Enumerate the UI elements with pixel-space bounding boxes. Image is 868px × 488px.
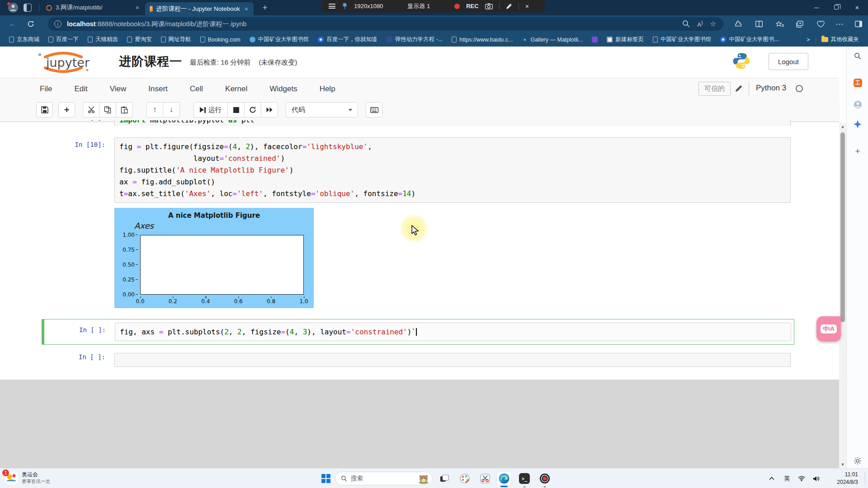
code-cell-clipped[interactable]: In [9]: import matplotlib.pyplot as plt (42, 120, 794, 126)
bookmark-item[interactable] (588, 35, 601, 44)
bookmark-item[interactable]: 中国矿业大学图书... (717, 34, 782, 45)
recorder-display[interactable]: 显示器 1 (407, 2, 430, 10)
menu-kernel[interactable]: Kernel (225, 84, 247, 94)
annotate-pencil-icon[interactable] (506, 3, 512, 9)
window-minimize-button[interactable]: ─ (807, 0, 826, 14)
recorder-menu-icon[interactable] (329, 4, 335, 9)
move-cell-down-button[interactable]: ↓ (163, 102, 180, 117)
taskbar-widget[interactable]: 1 奥运会 赛事资讯一览 (5, 471, 50, 485)
cell-code[interactable]: fig, axs = plt.subplots(2, 2, figsize=(4… (120, 326, 786, 338)
interrupt-kernel-button[interactable] (228, 102, 245, 117)
cell-code[interactable]: import matplotlib.pyplot as plt (119, 120, 786, 126)
extensions-icon[interactable] (732, 19, 744, 29)
taskbar-search[interactable]: 搜索 (335, 472, 433, 485)
paste-cell-button[interactable] (116, 102, 133, 117)
edge-browser-icon[interactable] (496, 471, 512, 486)
jupyter-logo[interactable]: jupyter (35, 51, 93, 74)
terminal-app-icon[interactable]: >_ (517, 471, 532, 486)
window-restore-button[interactable] (827, 0, 845, 14)
tab-jupyter-tree[interactable]: 3.网课/matplotlib/ × (42, 0, 145, 15)
more-menu-icon[interactable]: ⋯ (834, 19, 845, 29)
sidebar-search-icon[interactable] (852, 51, 863, 61)
favorite-star-icon[interactable]: ☆ (710, 20, 716, 28)
start-button[interactable] (318, 471, 334, 486)
scroll-up-arrow[interactable]: ▲ (839, 123, 846, 130)
collections-icon[interactable] (794, 19, 806, 29)
menu-insert[interactable]: Insert (148, 84, 168, 94)
page-scrollbar[interactable]: ▲ ▼ (839, 123, 846, 468)
restart-run-all-button[interactable] (261, 102, 278, 117)
code-cell-active[interactable]: In [ ]: fig, axs = plt.subplots(2, 2, fi… (42, 319, 794, 345)
show-desktop-strip[interactable] (865, 472, 865, 485)
camera-icon[interactable] (485, 3, 493, 9)
split-screen-icon[interactable] (753, 19, 765, 29)
code-cell-10[interactable]: In [10]: fig = plt.figure(figsize=(4, 2)… (42, 137, 794, 203)
bookmark-item[interactable]: 百度一下，你就知道 (314, 34, 381, 45)
sidebar-settings-gear-icon[interactable] (852, 455, 863, 466)
cut-cell-button[interactable] (83, 102, 99, 117)
sidebar-add-icon[interactable]: + (852, 146, 863, 157)
search-highlight-hamster-icon[interactable] (418, 473, 429, 484)
menu-cell[interactable]: Cell (190, 84, 203, 94)
tab-close-icon[interactable]: × (135, 4, 140, 11)
bookmark-item[interactable]: 中国矿业大学图书馆 (649, 34, 715, 45)
sidebar-panel-icon[interactable] (853, 19, 864, 29)
pin-icon[interactable] (342, 3, 348, 9)
bookmark-item[interactable]: Booking.com (197, 35, 244, 44)
screen-recorder-app-icon[interactable] (537, 471, 552, 486)
bookmark-item[interactable]: 中国矿业大学图书馆 (246, 34, 313, 45)
bookmark-item[interactable]: 弹性动力学方程 -... (383, 34, 447, 45)
bookmark-item[interactable]: https://www.baidu.c... (448, 35, 516, 44)
menu-edit[interactable]: Edit (74, 84, 87, 94)
bookmark-item[interactable]: 天猫精选 (84, 34, 122, 45)
bookmark-item[interactable]: 网址导航 (157, 34, 195, 45)
site-info-icon[interactable]: i (54, 20, 61, 28)
back-button[interactable]: ← (5, 17, 20, 31)
sidebar-discover-icon[interactable] (852, 119, 863, 130)
snipping-tool-icon[interactable] (477, 471, 493, 486)
bookmark-item[interactable]: 新建标签页 (603, 34, 647, 45)
bookmark-item[interactable]: 爱淘宝 (123, 34, 156, 45)
menu-view[interactable]: View (110, 84, 127, 94)
zoom-icon[interactable] (682, 20, 690, 28)
favorites-bar-icon[interactable] (774, 19, 786, 29)
task-view-button[interactable] (437, 471, 452, 486)
command-palette-button[interactable] (366, 102, 382, 117)
logout-button[interactable]: Logout (769, 53, 808, 70)
sidebar-shopping-icon[interactable]: 工 (852, 77, 863, 88)
cell-type-select[interactable]: 代码 (286, 102, 358, 117)
browser-essentials-icon[interactable] (815, 19, 826, 29)
menu-help[interactable]: Help (320, 84, 335, 94)
notebook-title[interactable]: 进阶课程一 (119, 53, 182, 70)
bookmark-item[interactable]: 百度一下 (45, 34, 82, 45)
bookmark-item[interactable]: 京东商城 (5, 34, 43, 45)
network-icon[interactable] (796, 471, 807, 486)
scrollbar-thumb[interactable] (840, 132, 845, 322)
read-aloud-icon[interactable]: A) (697, 20, 703, 28)
trusted-badge[interactable]: 可信的 (698, 82, 731, 96)
menu-file[interactable]: File (40, 84, 52, 94)
new-tab-button[interactable]: + (259, 3, 270, 13)
tab-close-icon[interactable]: × (244, 5, 249, 13)
bookmark-item[interactable]: Gallery — Matplotli... (518, 35, 586, 44)
copy-cell-button[interactable] (99, 102, 116, 117)
cell-input-area[interactable]: fig, axs = plt.subplots(2, 2, figsize=(4… (115, 323, 791, 341)
run-cell-button[interactable]: 运行 (193, 102, 228, 117)
refresh-button[interactable] (24, 17, 38, 31)
taskbar-clock[interactable]: 11:01 2024/8/3 (837, 471, 858, 486)
sidebar-profile-icon[interactable] (852, 99, 863, 110)
tab-notebook[interactable]: 进阶课程一 - Jupyter Notebook × (145, 2, 254, 15)
insert-cell-button[interactable]: + (58, 102, 75, 117)
paint-app-icon[interactable] (457, 471, 472, 486)
tray-chevron-up-icon[interactable] (766, 471, 778, 486)
menu-widgets[interactable]: Widgets (269, 84, 297, 94)
other-favorites-folder[interactable]: 其他收藏夹 (818, 34, 863, 45)
ime-language-indicator[interactable]: 英 (781, 471, 793, 486)
move-cell-up-button[interactable]: ↑ (146, 102, 163, 117)
translate-float-button[interactable]: 中/A (816, 316, 841, 342)
restart-kernel-button[interactable] (245, 102, 261, 117)
recorder-close-icon[interactable]: × (525, 3, 529, 10)
window-close-button[interactable]: × (848, 0, 866, 14)
profile-avatar[interactable] (8, 3, 18, 13)
save-button[interactable] (36, 102, 53, 117)
